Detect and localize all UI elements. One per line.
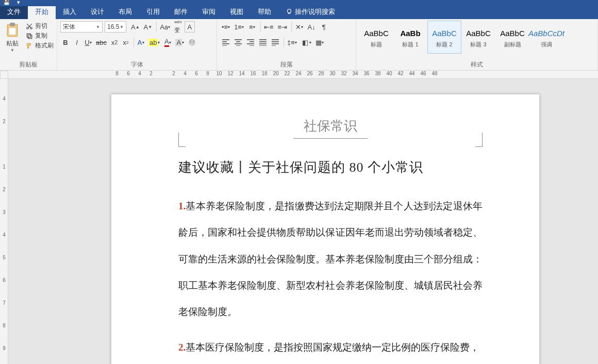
- chevron-down-icon: ▼: [120, 25, 124, 29]
- phonetic-guide-button[interactable]: wén变: [173, 21, 184, 32]
- multilevel-list-button[interactable]: ≡▾: [246, 21, 258, 32]
- copy-button[interactable]: 复制: [26, 31, 54, 40]
- text-effects-button[interactable]: A▾: [136, 37, 146, 48]
- doc-paragraph-1[interactable]: 1.基本养老保险制度，是指缴费达到法定期限并且个人达到法定退休年龄后，国家和社会…: [178, 193, 483, 325]
- align-center-button[interactable]: [232, 37, 244, 48]
- doc-heading[interactable]: 建议收藏丨关于社保问题的 80 个小常识: [178, 158, 483, 176]
- character-border-button[interactable]: A: [185, 21, 195, 32]
- tab-tell-me[interactable]: 操作说明搜索: [278, 5, 342, 19]
- align-right-icon: [246, 39, 255, 46]
- editor-area: 4212345678910 社保常识 建议收藏丨关于社保问题的 80 个小常识 …: [0, 79, 598, 364]
- qat: 💾 ▾: [3, 0, 25, 6]
- tab-insert[interactable]: 插入: [56, 5, 84, 19]
- font-color-button[interactable]: A▾: [162, 37, 173, 48]
- format-painter-button[interactable]: 格式刷: [26, 41, 54, 50]
- tab-mailings[interactable]: 邮件: [167, 5, 195, 19]
- chevron-down-icon: ▼: [96, 25, 100, 29]
- para1-text: 基本养老保险制度，是指缴费达到法定期限并且个人达到法定退休年龄后，国家和社会提供…: [178, 201, 483, 317]
- svg-point-0: [288, 9, 291, 13]
- svg-rect-7: [27, 34, 30, 37]
- style-preview: AaBbC: [500, 26, 525, 41]
- style-name: 标题 1: [402, 41, 418, 48]
- vertical-ruler[interactable]: 4212345678910: [0, 79, 8, 364]
- font-name-select[interactable]: 宋体▼: [60, 21, 103, 32]
- justify-button[interactable]: [257, 37, 269, 48]
- font-name-value: 宋体: [63, 23, 75, 31]
- paste-label: 粘贴: [6, 39, 19, 48]
- style-name: 副标题: [504, 41, 521, 48]
- sort-button[interactable]: A↓: [306, 21, 317, 32]
- cut-button[interactable]: 剪切: [26, 22, 54, 30]
- svg-rect-3: [9, 28, 15, 35]
- numbering-button[interactable]: 1≡▾: [232, 21, 245, 32]
- style-item-副标题[interactable]: AaBbC副标题: [495, 21, 529, 54]
- page-viewport[interactable]: 社保常识 建议收藏丨关于社保问题的 80 个小常识 1.基本养老保险制度，是指缴…: [8, 79, 598, 364]
- doc-banner: 社保常识: [178, 117, 483, 139]
- font-size-value: 16.5: [107, 23, 119, 30]
- brush-icon: [26, 42, 33, 49]
- list-number-1: 1.: [178, 201, 186, 211]
- decrease-indent-button[interactable]: ⇤≡: [262, 21, 275, 32]
- group-paragraph: •≡▾ 1≡▾ ≡▾ ⇤≡ ≡⇥ ✕▾ A↓ ¶: [217, 19, 356, 70]
- tab-layout[interactable]: 布局: [111, 5, 139, 19]
- group-font: 宋体▼ 16.5▼ A▲ A▼ Aa▾ wén变 A B I U▾ abc x2…: [57, 19, 217, 70]
- group-clipboard-label: 剪贴板: [3, 60, 54, 70]
- document-page[interactable]: 社保常识 建议收藏丨关于社保问题的 80 个小常识 1.基本养老保险制度，是指缴…: [111, 94, 539, 364]
- ruler-corner: [0, 71, 8, 79]
- paste-dropdown-icon: ▼: [10, 48, 14, 53]
- increase-indent-button[interactable]: ≡⇥: [276, 21, 289, 32]
- scissors-icon: [26, 23, 33, 30]
- show-marks-button[interactable]: ¶: [318, 21, 329, 32]
- style-item-标题1[interactable]: AaBb标题 1: [393, 21, 427, 54]
- align-right-button[interactable]: [245, 37, 256, 48]
- align-left-button[interactable]: [220, 37, 231, 48]
- ribbon: 粘贴 ▼ 剪切 复制 格式刷 剪贴板: [0, 19, 598, 71]
- font-size-select[interactable]: 16.5▼: [105, 21, 126, 32]
- change-case-button[interactable]: Aa▾: [158, 21, 172, 32]
- style-name: 标题 2: [436, 41, 452, 48]
- styles-gallery[interactable]: AaBbC标题AaBb标题 1AaBbC标题 2AaBbC标题 3AaBbC副标…: [359, 21, 563, 54]
- style-preview: AaBb: [400, 26, 420, 41]
- style-preview: AaBbCcDt: [528, 26, 564, 41]
- enclose-characters-button[interactable]: ㊞: [187, 37, 197, 48]
- underline-button[interactable]: U▾: [83, 37, 93, 48]
- decrease-font-button[interactable]: A▼: [142, 21, 154, 32]
- strikethrough-button[interactable]: abc: [94, 37, 108, 48]
- lightbulb-icon: [286, 8, 293, 15]
- bullets-button[interactable]: •≡▾: [220, 21, 231, 32]
- doc-paragraph-2[interactable]: 2.基本医疗保险制度，是指按照国家规定缴纳一定比例的医疗保险费，: [178, 334, 483, 360]
- tab-home[interactable]: 开始: [28, 5, 56, 19]
- svg-rect-6: [28, 35, 32, 38]
- horizontal-ruler[interactable]: 8642246810121416182022242628303234363840…: [8, 71, 598, 79]
- save-icon[interactable]: 💾: [3, 0, 10, 5]
- style-item-强调[interactable]: AaBbCcDt强调: [529, 21, 563, 54]
- line-spacing-button[interactable]: ‡≡▾: [286, 37, 298, 48]
- tab-design[interactable]: 设计: [84, 5, 111, 19]
- style-item-标题2[interactable]: AaBbC标题 2: [427, 21, 461, 54]
- tab-file[interactable]: 文件: [0, 5, 28, 19]
- ribbon-tabs: 文件 开始 插入 设计 布局 引用 邮件 审阅 视图 帮助 操作说明搜索: [0, 6, 598, 19]
- qat-dropdown-icon[interactable]: ▾: [17, 0, 20, 5]
- tab-view[interactable]: 视图: [223, 5, 251, 19]
- tab-help[interactable]: 帮助: [251, 5, 278, 19]
- style-item-标题3[interactable]: AaBbC标题 3: [461, 21, 495, 54]
- tab-review[interactable]: 审阅: [195, 5, 223, 19]
- italic-button[interactable]: I: [72, 37, 82, 48]
- svg-rect-2: [10, 23, 15, 26]
- align-center-icon: [234, 39, 242, 46]
- shading-button[interactable]: ◧▾: [300, 37, 313, 48]
- superscript-button[interactable]: x2: [121, 37, 131, 48]
- tab-references[interactable]: 引用: [139, 5, 167, 19]
- subscript-button[interactable]: x2: [109, 37, 120, 48]
- asian-layout-button[interactable]: ✕▾: [293, 21, 305, 32]
- highlight-button[interactable]: ab▾: [147, 37, 161, 48]
- paste-button[interactable]: 粘贴 ▼: [3, 21, 23, 53]
- increase-font-button[interactable]: A▲: [129, 21, 141, 32]
- borders-button[interactable]: ▦▾: [314, 37, 325, 48]
- style-preview: AaBbC: [364, 26, 389, 41]
- distribute-button[interactable]: [270, 37, 281, 48]
- bold-button[interactable]: B: [60, 37, 71, 48]
- format-painter-label: 格式刷: [35, 41, 54, 50]
- character-shading-button[interactable]: A▾: [174, 37, 186, 48]
- style-item-标题[interactable]: AaBbC标题: [359, 21, 393, 54]
